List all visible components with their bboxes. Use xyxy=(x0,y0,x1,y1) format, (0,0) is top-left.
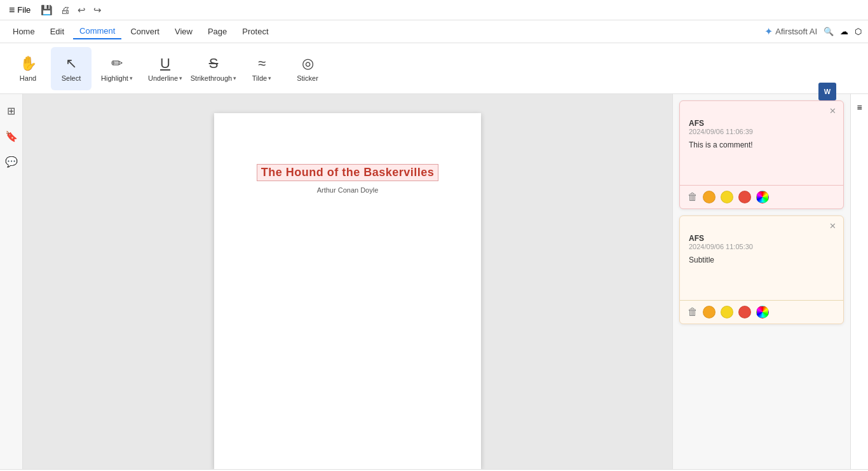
comment-2-close-button[interactable]: ✕ xyxy=(827,220,838,231)
word-icon[interactable]: W xyxy=(818,94,836,100)
undo-icon[interactable]: ↩ xyxy=(75,3,88,17)
comment-2-time: 2024/09/06 11:05:30 xyxy=(689,243,834,250)
underline-dropdown-icon: ▾ xyxy=(179,75,182,81)
ai-brand[interactable]: ✦ Afirstsoft AI xyxy=(764,25,817,38)
comment-1-delete-icon[interactable]: 🗑 xyxy=(688,191,698,203)
comment-2-color-red[interactable] xyxy=(738,306,751,318)
highlight-label: Highlight xyxy=(101,74,128,82)
comment-1-close-button[interactable]: ✕ xyxy=(827,105,838,116)
menu-edit[interactable]: Edit xyxy=(44,24,71,39)
select-tool-button[interactable]: ↖ Select xyxy=(51,47,92,90)
comment-2-footer: 🗑 xyxy=(680,300,843,324)
comment-2-text[interactable]: Subtitle xyxy=(689,256,834,294)
comment-1-time: 2024/09/06 11:06:39 xyxy=(689,128,834,135)
comment-1-color-yellow[interactable] xyxy=(721,191,733,203)
ai-brand-label: Afirstsoft AI xyxy=(775,27,817,36)
comment-1-body: AFS 2024/09/06 11:06:39 This is a commen… xyxy=(680,116,843,185)
comment-1-color-rainbow[interactable] xyxy=(756,191,769,203)
file-label: File xyxy=(17,5,31,15)
sticker-icon: ◎ xyxy=(302,55,314,72)
menu-bar-right: ✦ Afirstsoft AI 🔍 ☁ ⬡ xyxy=(764,25,862,38)
right-edge-panel: ≡ W xyxy=(850,94,868,469)
comment-1-color-orange[interactable] xyxy=(703,191,715,203)
comment-card-1: ✕ AFS 2024/09/06 11:06:39 This is a comm… xyxy=(679,100,844,209)
print-icon[interactable]: 🖨 xyxy=(58,3,72,17)
comment-2-color-orange[interactable] xyxy=(703,306,715,318)
menu-icon: ≡ xyxy=(9,4,15,16)
title-bar-left: ≡ File 💾 🖨 ↩ ↪ xyxy=(5,3,104,17)
menu-view[interactable]: View xyxy=(168,24,199,39)
sidebar-comments-icon[interactable]: 💬 xyxy=(3,153,20,170)
pdf-page: The Hound of the Baskervilles Arthur Con… xyxy=(214,113,481,469)
ai-star-icon: ✦ xyxy=(764,25,773,38)
pdf-title: The Hound of the Baskervilles xyxy=(257,164,439,181)
main-content: ⊞ 🔖 💬 The Hound of the Baskervilles Arth… xyxy=(0,94,868,469)
menu-home[interactable]: Home xyxy=(6,24,41,39)
pdf-author: Arthur Conan Doyle xyxy=(317,186,379,194)
file-menu[interactable]: ≡ File xyxy=(5,3,34,17)
hand-tool-button[interactable]: ✋ Hand xyxy=(8,47,48,90)
underline-tool-button[interactable]: U Underline ▾ xyxy=(142,47,188,90)
comment-card-2: ✕ AFS 2024/09/06 11:05:30 Subtitle 🗑 xyxy=(679,215,844,324)
title-bar: ≡ File 💾 🖨 ↩ ↪ xyxy=(0,0,868,20)
underline-label-row: Underline ▾ xyxy=(148,74,182,82)
tilde-icon: ≈ xyxy=(258,55,266,72)
comment-2-delete-icon[interactable]: 🗑 xyxy=(688,306,698,318)
strikethrough-dropdown-icon: ▾ xyxy=(233,75,236,81)
comment-1-color-red[interactable] xyxy=(738,191,751,203)
redo-icon[interactable]: ↪ xyxy=(91,3,104,17)
comment-2-color-yellow[interactable] xyxy=(721,306,733,318)
search-icon[interactable]: 🔍 xyxy=(824,27,834,36)
tilde-label-row: Tilde ▾ xyxy=(252,74,271,82)
right-comments-panel: ✕ AFS 2024/09/06 11:06:39 This is a comm… xyxy=(672,94,850,469)
strikethrough-tool-button[interactable]: S Strikethrough ▾ xyxy=(191,47,236,90)
comment-1-header: ✕ xyxy=(680,101,843,116)
window-controls: ⬡ xyxy=(855,27,862,36)
left-sidebar: ⊞ 🔖 💬 xyxy=(0,94,23,469)
hand-icon: ✋ xyxy=(20,55,37,72)
comment-2-color-rainbow[interactable] xyxy=(756,306,769,318)
select-icon: ↖ xyxy=(65,55,77,72)
tilde-dropdown-icon: ▾ xyxy=(268,75,271,81)
comment-2-author: AFS xyxy=(689,234,834,243)
highlight-dropdown-icon: ▾ xyxy=(130,75,133,81)
sidebar-thumbnails-icon[interactable]: ⊞ xyxy=(3,102,20,119)
strikethrough-icon: S xyxy=(209,55,219,72)
underline-label: Underline xyxy=(148,74,178,82)
comment-1-author: AFS xyxy=(689,119,834,128)
toolbar: ✋ Hand ↖ Select ✏ Highlight ▾ U Underlin… xyxy=(0,43,868,94)
highlight-icon: ✏ xyxy=(111,55,123,72)
right-edge-lines-icon[interactable]: ≡ xyxy=(853,100,867,114)
menu-comment[interactable]: Comment xyxy=(73,24,121,39)
strikethrough-label-row: Strikethrough ▾ xyxy=(191,74,236,82)
sidebar-bookmarks-icon[interactable]: 🔖 xyxy=(3,127,20,145)
menu-convert[interactable]: Convert xyxy=(124,24,166,39)
highlight-label-row: Highlight ▾ xyxy=(101,74,133,82)
comment-1-footer: 🗑 xyxy=(680,185,843,208)
cloud-icon[interactable]: ☁ xyxy=(840,27,848,36)
strikethrough-label: Strikethrough xyxy=(191,74,232,82)
menu-page[interactable]: Page xyxy=(201,24,233,39)
canvas-area: The Hound of the Baskervilles Arthur Con… xyxy=(23,94,672,469)
hand-label: Hand xyxy=(20,74,36,82)
comment-2-body: AFS 2024/09/06 11:05:30 Subtitle xyxy=(680,231,843,300)
sticker-label: Sticker xyxy=(297,74,318,82)
tilde-tool-button[interactable]: ≈ Tilde ▾ xyxy=(239,47,285,90)
menu-bar: Home Edit Comment Convert View Page Prot… xyxy=(0,20,868,43)
save-icon[interactable]: 💾 xyxy=(38,3,55,17)
sticker-tool-button[interactable]: ◎ Sticker xyxy=(287,47,328,90)
underline-icon: U xyxy=(160,55,170,72)
comment-2-header: ✕ xyxy=(680,216,843,231)
tilde-label: Tilde xyxy=(252,74,267,82)
menu-protect[interactable]: Protect xyxy=(236,24,275,39)
title-bar-icons: 💾 🖨 ↩ ↪ xyxy=(38,3,104,17)
highlight-tool-button[interactable]: ✏ Highlight ▾ xyxy=(94,47,140,90)
select-label: Select xyxy=(62,74,81,82)
comment-1-text[interactable]: This is a comment! xyxy=(689,140,834,179)
